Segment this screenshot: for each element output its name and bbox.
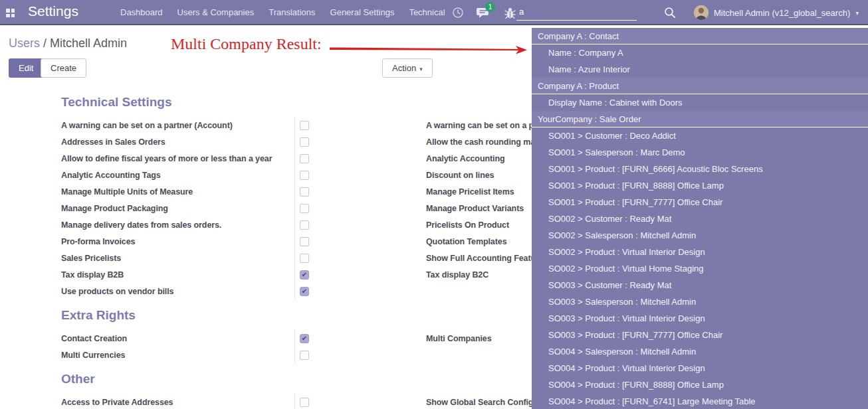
checkbox[interactable] [300, 351, 309, 360]
setting-label: Use products on vendor bills [61, 287, 294, 296]
checkbox[interactable] [300, 204, 309, 213]
checkbox[interactable] [300, 137, 309, 147]
search-result-group-header: Company A : Product [532, 78, 868, 94]
setting-label: Tax display B2B [61, 270, 294, 280]
search-result-item[interactable]: Display Name : Cabinet with Doors [532, 94, 868, 111]
checkbox-cell: ✔ [294, 283, 310, 299]
search-result-item[interactable]: SO004 > Product : [FURN_8888] Office Lam… [532, 376, 868, 393]
action-dropdown-button[interactable]: Action▾ [382, 58, 433, 78]
top-navbar: Settings DashboardUsers & CompaniesTrans… [0, 0, 868, 25]
checkbox-cell [294, 250, 310, 266]
checkbox[interactable] [300, 121, 309, 130]
checkbox-cell [294, 394, 310, 409]
search-result-item[interactable]: SO002 > Customer : Ready Mat [532, 210, 868, 227]
checkbox[interactable] [300, 154, 309, 163]
user-menu[interactable]: Mitchell Admin (v12_global_search) ▾ [694, 0, 859, 25]
setting-label: Allow to define fiscal years of more or … [61, 154, 294, 163]
search-result-group-header: YourCompany : Sale Order [532, 111, 868, 127]
chevron-down-icon: ▾ [419, 66, 423, 72]
search-result-item[interactable]: SO004 > Salesperson : Mitchell Admin [532, 343, 868, 360]
breadcrumb: Users / Mitchell Admin [9, 37, 127, 50]
chevron-down-icon: ▾ [855, 9, 859, 17]
menu-item-general-settings[interactable]: General Settings [323, 0, 402, 25]
checkbox-cell [294, 216, 310, 233]
setting-label: Manage Multiple Units of Measure [61, 187, 294, 197]
search-result-item[interactable]: SO002 > Product : Virtual Home Staging [532, 260, 868, 277]
app-title[interactable]: Settings [28, 3, 78, 19]
breadcrumb-current: Mitchell Admin [50, 37, 127, 50]
menu-item-users-companies[interactable]: Users & Companies [170, 0, 262, 25]
search-result-item[interactable]: SO003 > Product : [FURN_7777] Office Cha… [532, 327, 868, 343]
search-result-item[interactable]: SO002 > Salesperson : Mitchell Admin [532, 227, 868, 244]
checkbox[interactable]: ✔ [300, 334, 309, 343]
checkbox[interactable] [300, 237, 309, 246]
checkbox[interactable]: ✔ [300, 270, 309, 280]
setting-label: Manage delivery dates from sales orders. [61, 220, 294, 230]
message-count-badge: 1 [485, 2, 495, 12]
top-menu: DashboardUsers & CompaniesTranslationsGe… [113, 0, 453, 25]
setting-label: Contact Creation [61, 334, 294, 343]
bug-icon[interactable] [502, 5, 517, 20]
search-result-item[interactable]: SO001 > Product : [FURN_6666] Acoustic B… [532, 161, 868, 177]
search-icon[interactable] [664, 7, 676, 21]
checkbox[interactable] [300, 171, 309, 180]
checkbox-cell [294, 200, 310, 216]
setting-label: Multi Currencies [61, 351, 294, 360]
search-result-group-header: Company A : Contact [532, 28, 868, 44]
checkbox[interactable] [300, 398, 309, 407]
setting-label: Manage Product Packaging [61, 204, 294, 213]
checkbox-cell [294, 133, 310, 150]
checkbox-cell [294, 233, 310, 250]
checkbox-cell: ✔ [294, 266, 310, 283]
search-result-item[interactable]: Name : Azure Interior [532, 61, 868, 78]
checkbox[interactable] [300, 220, 309, 230]
checkbox[interactable]: ✔ [300, 287, 309, 296]
breadcrumb-separator: / [43, 37, 50, 50]
edit-button[interactable]: Edit [9, 58, 43, 78]
user-avatar [694, 5, 708, 20]
menu-item-dashboard[interactable]: Dashboard [113, 0, 170, 25]
checkbox[interactable] [300, 187, 309, 197]
search-result-item[interactable]: SO001 > Customer : Deco Addict [532, 127, 868, 144]
search-result-item[interactable]: SO003 > Product : Virtual Interior Desig… [532, 310, 868, 327]
activities-clock-icon[interactable] [451, 5, 465, 20]
setting-label: Access to Private Addresses [61, 398, 294, 407]
menu-item-translations[interactable]: Translations [261, 0, 322, 25]
user-name: Mitchell Admin (v12_global_search) [714, 8, 850, 18]
checkbox-cell [294, 347, 310, 363]
checkbox-cell: ✔ [294, 330, 310, 347]
annotation-label: Multi Company Result: [171, 35, 322, 53]
setting-label: A warning can be set on a partner (Accou… [61, 121, 294, 130]
setting-label: Sales Pricelists [61, 254, 294, 263]
search-result-item[interactable]: SO002 > Product : Virtual Interior Desig… [532, 244, 868, 260]
apps-menu-icon[interactable] [6, 9, 15, 17]
messages-chat-icon[interactable]: 1 [477, 5, 491, 20]
checkbox-cell [294, 167, 310, 183]
search-result-item[interactable]: SO004 > Product : [FURN_6741] Large Meet… [532, 393, 868, 409]
search-result-item[interactable]: Name : Company A [532, 44, 868, 61]
global-search-field [516, 5, 637, 21]
setting-label: Analytic Accounting Tags [61, 171, 294, 180]
checkbox-cell [294, 117, 310, 133]
annotation-arrow [324, 39, 537, 60]
search-result-item[interactable]: SO001 > Salesperson : Marc Demo [532, 144, 868, 161]
global-search-input[interactable] [516, 5, 637, 21]
search-result-item[interactable]: SO004 > Product : Virtual Interior Desig… [532, 360, 868, 376]
search-result-item[interactable]: SO003 > Salesperson : Mitchell Admin [532, 293, 868, 310]
search-result-item[interactable]: SO003 > Customer : Ready Mat [532, 277, 868, 293]
create-button[interactable]: Create [41, 58, 86, 78]
setting-label: Addresses in Sales Orders [61, 137, 294, 147]
checkbox-cell [294, 150, 310, 167]
breadcrumb-users-link[interactable]: Users [9, 37, 40, 50]
menu-item-technical[interactable]: Technical [401, 0, 452, 25]
checkbox[interactable] [300, 254, 309, 263]
search-result-item[interactable]: SO001 > Product : [FURN_8888] Office Lam… [532, 177, 868, 194]
checkbox-cell [294, 183, 310, 200]
global-search-results-dropdown: Company A : ContactName : Company AName … [532, 28, 868, 409]
setting-label: Pro-forma Invoices [61, 237, 294, 246]
search-result-item[interactable]: SO001 > Product : [FURN_7777] Office Cha… [532, 194, 868, 210]
systray: 1 [451, 0, 517, 25]
